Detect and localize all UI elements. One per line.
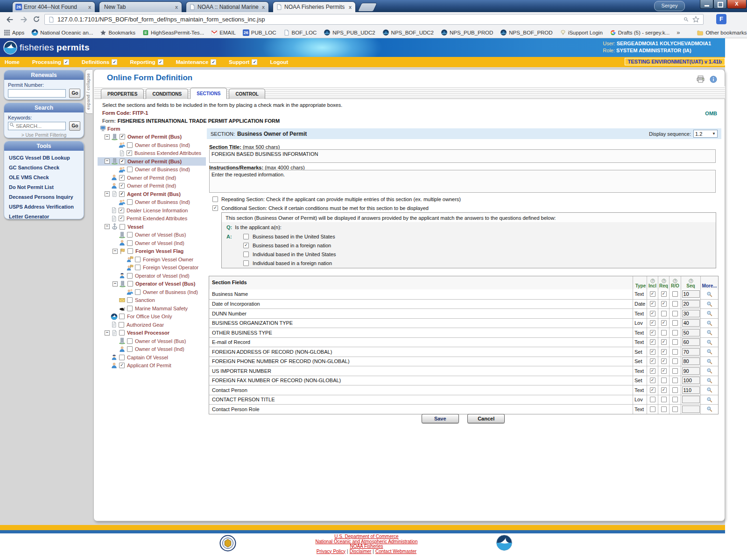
conditional-option-checkbox[interactable]: ✓ [243,243,249,248]
tree-checkbox[interactable] [127,306,133,311]
field-req-checkbox[interactable]: ✓ [661,339,667,345]
tree-item[interactable]: Owner of Business (Ind) [98,288,206,296]
tree-item[interactable]: For Office Use Only [98,313,206,321]
tree-item[interactable]: −Vessel Processor [98,329,206,337]
tree-checkbox[interactable]: ✓ [119,191,125,197]
tree-item[interactable]: Operator of Vessel (Ind) [98,272,206,280]
field-ro-checkbox[interactable] [672,320,678,326]
bookmark-item[interactable]: iSupport Login [560,29,603,36]
field-more-magnifier-icon[interactable] [706,387,712,393]
tree-checkbox[interactable] [127,248,133,254]
field-req-checkbox[interactable]: ✓ [661,358,667,364]
field-incl-checkbox[interactable]: ✓ [650,320,655,326]
tree-checkbox[interactable] [119,314,125,319]
collapse-toggle-icon[interactable]: − [105,159,110,164]
tree-checkbox[interactable]: ✓ [120,134,125,140]
field-more-magnifier-icon[interactable] [706,301,712,307]
repeating-section-checkbox[interactable] [212,196,218,202]
nav-item-definitions[interactable]: Definitions✓ [82,59,117,65]
url-omnibox[interactable]: 127.0.0.1:7101/NPS_BOF/bof_form_def/nps_… [44,14,704,25]
tree-item[interactable]: Authorized Gear [98,321,206,329]
bookmark-item[interactable]: Bookmarks [100,29,135,36]
tree-checkbox[interactable] [127,297,133,303]
forward-button[interactable] [20,15,28,24]
field-incl-checkbox[interactable]: ✓ [650,311,655,316]
footer-link[interactable]: Privacy Policy [317,549,345,554]
tree-item[interactable]: Owner of Vessel (Ind) [98,239,206,247]
tool-link[interactable]: OLE VMS Check [9,175,84,180]
tree-item[interactable]: Form [98,125,206,133]
field-seq-input[interactable] [682,329,700,336]
field-seq-input[interactable] [682,377,700,384]
field-more-magnifier-icon[interactable] [706,339,712,345]
footer-link[interactable]: Disclaimer [350,549,372,554]
tree-checkbox[interactable] [127,281,133,287]
tree-item[interactable]: −✓Agent Of Permit (Bus) [98,190,206,198]
field-seq-input[interactable] [682,348,700,356]
field-seq-input[interactable] [682,290,700,298]
field-incl-checkbox[interactable]: ✓ [650,349,655,355]
field-more-magnifier-icon[interactable] [706,378,712,384]
tree-item[interactable]: Owner of Vessel (Bus) [98,231,206,239]
nav-item-logout[interactable]: Logout [270,59,288,65]
tree-item[interactable]: −Operator of Vessel (Bus) [98,280,206,288]
tree-checkbox[interactable] [127,142,133,148]
tree-checkbox[interactable]: ✓ [119,175,125,181]
window-minimize-button[interactable] [700,0,713,9]
tree-item[interactable]: −✓Owner of Permit (Bus) [98,157,206,166]
browser-tab[interactable]: NOAA :: National Marine Fx [186,1,269,12]
field-incl-checkbox[interactable]: ✓ [650,358,655,364]
tree-checkbox[interactable]: ✓ [120,159,125,164]
tree-item[interactable]: Marine Mammal Safety [98,304,206,313]
field-seq-input[interactable] [682,338,700,346]
expand-collapse-tab[interactable]: expand / collapse [85,69,92,114]
field-more-magnifier-icon[interactable] [706,397,712,403]
tab-close-icon[interactable]: x [87,4,92,10]
browser-profile-button[interactable]: Sergey [654,1,685,11]
field-ro-checkbox[interactable] [672,368,678,374]
field-seq-input[interactable] [682,367,700,375]
info-icon[interactable] [710,76,717,83]
tree-checkbox[interactable]: ✓ [119,183,125,189]
field-ro-checkbox[interactable] [672,301,678,307]
field-ro-checkbox[interactable] [672,378,678,383]
tree-checkbox[interactable] [135,289,141,295]
cancel-button[interactable]: Cancel [467,414,505,423]
bookmark-star-icon[interactable] [692,16,699,23]
tree-checkbox[interactable]: ✓ [119,208,124,213]
tree-checkbox[interactable] [119,322,124,328]
url-text[interactable]: 127.0.0.1:7101/NPS_BOF/bof_form_def/nps_… [57,16,684,23]
bookmark-item[interactable]: NPS_BOF_PROD [500,29,552,36]
other-bookmarks-button[interactable]: Other bookmarks [697,29,747,36]
field-incl-checkbox[interactable]: ✓ [650,330,655,336]
collapse-toggle-icon[interactable]: − [105,191,110,196]
field-incl-checkbox[interactable]: ✓ [650,301,655,307]
save-button[interactable]: Save [422,414,459,423]
field-seq-input[interactable] [682,310,700,317]
tree-checkbox[interactable]: ✓ [127,150,132,156]
tree-checkbox[interactable]: ✓ [119,216,124,221]
tool-link[interactable]: USCG Vessel DB Lookup [9,155,84,161]
field-ro-checkbox[interactable] [672,339,678,345]
field-seq-input[interactable] [682,357,700,365]
field-seq-input[interactable] [682,300,700,308]
tree-checkbox[interactable] [135,265,141,270]
tree-checkbox[interactable]: ✓ [119,363,125,368]
footer-link[interactable]: Contact Webmaster [375,549,416,554]
field-req-checkbox[interactable] [661,311,667,316]
back-button[interactable] [6,15,14,24]
tree-item[interactable]: Owner of Vessel (Bus) [98,337,206,345]
field-more-magnifier-icon[interactable] [706,368,712,374]
tab-sections[interactable]: SECTIONS [190,88,227,99]
bookmark-item[interactable]: NPS_PUB_UDC2 [324,29,375,36]
extension-button[interactable]: F [716,14,726,24]
tree-item[interactable]: ✓Business Extended Attributes [98,149,206,158]
field-incl-checkbox[interactable]: ✓ [650,378,655,383]
field-incl-checkbox[interactable]: ✓ [650,339,655,345]
new-tab-button[interactable] [358,3,378,12]
field-req-checkbox[interactable]: ✓ [661,301,667,307]
browser-tab[interactable]: New Tabx [99,1,182,12]
field-incl-checkbox[interactable]: ✓ [650,291,655,297]
field-more-magnifier-icon[interactable] [706,406,712,412]
field-incl-checkbox[interactable]: ✓ [650,368,655,374]
